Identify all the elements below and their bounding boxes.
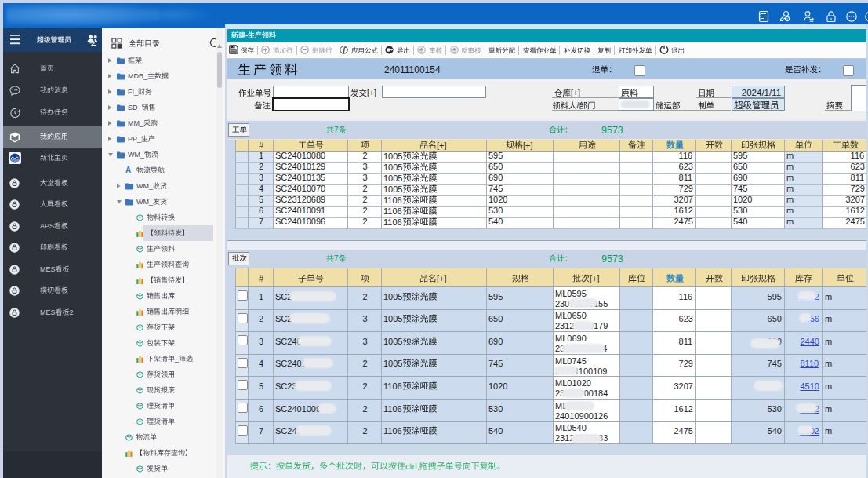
svg-text:WWW: WWW: [11, 159, 20, 162]
svg-text:APS: APS: [40, 222, 54, 230]
svg-text:1106: 1106: [383, 217, 402, 226]
svg-text:1005: 1005: [383, 184, 402, 193]
svg-text:WM_: WM_: [136, 182, 154, 190]
svg-text:2: 2: [69, 308, 73, 316]
svg-text:/: /: [577, 100, 579, 110]
svg-text:1005: 1005: [383, 173, 402, 182]
svg-text:1106: 1106: [383, 381, 402, 391]
svg-text:#: #: [259, 274, 264, 283]
svg-text:MES: MES: [40, 265, 56, 273]
svg-text:1005: 1005: [383, 314, 402, 323]
svg-text:[+]: [+]: [590, 274, 600, 283]
svg-text:1106: 1106: [383, 195, 402, 204]
svg-text:1005: 1005: [383, 162, 402, 171]
svg-text:WM_: WM_: [136, 198, 154, 206]
svg-text:PP_: PP_: [128, 135, 142, 143]
svg-text:1005: 1005: [383, 151, 402, 160]
svg-text:-: -: [245, 31, 248, 39]
svg-text:[+]: [+]: [437, 274, 447, 283]
svg-text:FI_: FI_: [128, 88, 139, 96]
svg-text:MES: MES: [40, 308, 56, 316]
svg-text:1106: 1106: [383, 426, 402, 436]
svg-text:[+]: [+]: [571, 88, 580, 97]
svg-text:_: _: [174, 355, 180, 363]
svg-text:1005: 1005: [383, 359, 402, 368]
svg-text:ctrl,: ctrl,: [405, 462, 419, 471]
svg-text:MDB_: MDB_: [128, 72, 148, 80]
svg-text:[+]: [+]: [523, 140, 533, 150]
svg-text:SD_: SD_: [128, 104, 143, 111]
svg-text:1106: 1106: [383, 403, 402, 413]
svg-text:1005: 1005: [383, 291, 402, 301]
svg-text:#: #: [259, 140, 264, 150]
svg-text:[+]: [+]: [367, 88, 376, 97]
svg-text:WM_: WM_: [128, 151, 145, 159]
svg-text:MM_: MM_: [128, 119, 144, 127]
svg-text:7: 7: [334, 254, 339, 263]
svg-text:7: 7: [334, 126, 339, 134]
svg-text:1005: 1005: [383, 336, 402, 345]
svg-text:1106: 1106: [383, 206, 402, 215]
svg-text:[+]: [+]: [437, 140, 447, 150]
